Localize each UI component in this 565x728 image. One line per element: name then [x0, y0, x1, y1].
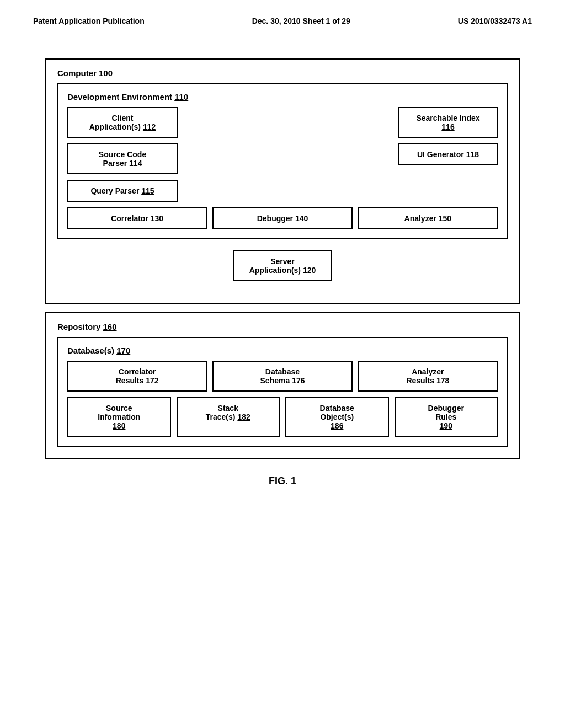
dev-env-box: Development Environment 110 ClientApplic… [57, 83, 508, 239]
database-schema-number: 176 [292, 376, 305, 385]
correlator-number: 130 [151, 214, 163, 223]
page-header: Patent Application Publication Dec. 30, … [33, 17, 532, 25]
database-objects-box: DatabaseObject(s)186 [285, 397, 389, 437]
server-row: ServerApplication(s) 120 [57, 250, 508, 281]
page: Patent Application Publication Dec. 30, … [0, 0, 565, 728]
correlator-results-box: CorrelatorResults 172 [67, 361, 207, 392]
query-parser-box: Query Parser 115 [67, 180, 178, 202]
database-schema-box: DatabaseSchema 176 [212, 361, 352, 392]
database-objects-number: 186 [331, 421, 343, 430]
stack-traces-number: 182 [237, 413, 250, 421]
debugger-rules-box: DebuggerRules190 [395, 397, 498, 437]
query-parser-number: 115 [141, 186, 154, 195]
dev-env-number: 110 [174, 92, 188, 101]
ui-generator-number: 118 [466, 150, 479, 159]
repository-box: Repository 160 Database(s) 170 Correlato… [45, 312, 520, 459]
diagram: Computer 100 Development Environment 110… [45, 58, 520, 459]
repository-label: Repository 160 [57, 322, 508, 331]
stack-traces-box: StackTrace(s) 182 [177, 397, 280, 437]
computer-label: Computer 100 [57, 68, 508, 78]
database-label: Database(s) 170 [67, 346, 498, 355]
dev-env-inner: ClientApplication(s) 112 Source CodePars… [67, 107, 498, 202]
header-left: Patent Application Publication [33, 17, 145, 25]
source-information-number: 180 [113, 421, 125, 430]
client-app-box: ClientApplication(s) 112 [67, 107, 178, 138]
database-box: Database(s) 170 CorrelatorResults 172 Da… [57, 337, 508, 447]
source-code-parser-number: 114 [129, 159, 142, 168]
source-code-parser-box: Source CodeParser 114 [67, 143, 178, 174]
server-app-number: 120 [303, 266, 316, 275]
correlator-results-number: 172 [146, 376, 158, 385]
db-bottom-row: SourceInformation180 StackTrace(s) 182 D… [67, 397, 498, 437]
analyzer-number: 150 [439, 214, 451, 223]
debugger-number: 140 [295, 214, 308, 223]
ui-generator-box: UI Generator 118 [398, 143, 498, 165]
debugger-box: Debugger 140 [212, 207, 352, 229]
analyzer-results-box: AnalyzerResults 178 [358, 361, 498, 392]
client-app-number: 112 [143, 122, 156, 131]
figure-label: FIG. 1 [33, 475, 532, 487]
server-app-box: ServerApplication(s) 120 [233, 250, 332, 281]
analyzer-results-number: 178 [436, 376, 449, 385]
database-number: 170 [116, 346, 130, 355]
repository-number: 160 [103, 322, 117, 331]
dev-env-label: Development Environment 110 [67, 92, 498, 101]
header-center: Dec. 30, 2010 Sheet 1 of 29 [252, 17, 350, 25]
db-top-row: CorrelatorResults 172 DatabaseSchema 176… [67, 361, 498, 392]
analyzer-box: Analyzer 150 [358, 207, 498, 229]
computer-number: 100 [99, 68, 113, 78]
searchable-index-box: Searchable Index116 [398, 107, 498, 138]
dev-env-right: Searchable Index116 UI Generator 118 [186, 107, 498, 202]
header-right: US 2010/0332473 A1 [458, 17, 532, 25]
dev-env-left: ClientApplication(s) 112 Source CodePars… [67, 107, 178, 202]
correlator-box: Correlator 130 [67, 207, 207, 229]
debugger-rules-number: 190 [440, 421, 452, 430]
source-information-box: SourceInformation180 [67, 397, 171, 437]
computer-box: Computer 100 Development Environment 110… [45, 58, 520, 304]
searchable-index-number: 116 [441, 122, 454, 131]
dev-env-bottom-row: Correlator 130 Debugger 140 Analyzer 150 [67, 207, 498, 229]
